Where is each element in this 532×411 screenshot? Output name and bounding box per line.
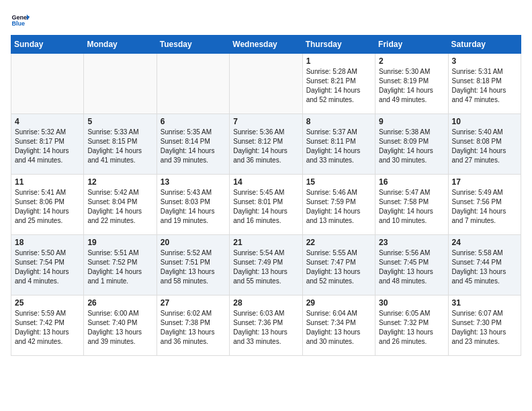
week-row-4: 18Sunrise: 5:50 AM Sunset: 7:54 PM Dayli… [11,235,521,295]
day-cell: 21Sunrise: 5:54 AM Sunset: 7:49 PM Dayli… [230,235,302,295]
day-cell: 16Sunrise: 5:47 AM Sunset: 7:58 PM Dayli… [375,175,448,235]
day-cell: 28Sunrise: 6:03 AM Sunset: 7:36 PM Dayli… [230,295,302,356]
day-info: Sunrise: 5:36 AM Sunset: 8:12 PM Dayligh… [233,128,298,165]
day-number: 25 [15,298,80,308]
day-cell: 6Sunrise: 5:35 AM Sunset: 8:14 PM Daylig… [157,114,229,175]
day-cell: 20Sunrise: 5:52 AM Sunset: 7:51 PM Dayli… [157,235,229,295]
day-number: 5 [87,117,152,126]
day-number: 1 [306,56,371,66]
day-cell: 15Sunrise: 5:46 AM Sunset: 7:59 PM Dayli… [302,175,375,235]
day-cell: 5Sunrise: 5:33 AM Sunset: 8:15 PM Daylig… [84,114,157,175]
day-number: 4 [15,117,80,126]
day-info: Sunrise: 5:50 AM Sunset: 7:54 PM Dayligh… [15,248,80,286]
day-number: 3 [452,56,517,66]
day-info: Sunrise: 6:03 AM Sunset: 7:36 PM Dayligh… [233,309,298,347]
day-cell: 9Sunrise: 5:38 AM Sunset: 8:09 PM Daylig… [375,114,448,175]
day-number: 27 [161,298,226,308]
day-info: Sunrise: 5:40 AM Sunset: 8:08 PM Dayligh… [452,128,517,165]
day-cell [11,54,84,114]
day-cell: 18Sunrise: 5:50 AM Sunset: 7:54 PM Dayli… [11,235,84,295]
day-cell: 12Sunrise: 5:42 AM Sunset: 8:04 PM Dayli… [84,175,157,235]
day-number: 15 [306,177,371,187]
day-cell: 26Sunrise: 6:00 AM Sunset: 7:40 PM Dayli… [84,295,157,356]
day-info: Sunrise: 5:54 AM Sunset: 7:49 PM Dayligh… [233,248,298,286]
weekday-header-thursday: Thursday [302,36,375,54]
day-info: Sunrise: 5:51 AM Sunset: 7:52 PM Dayligh… [87,248,152,286]
day-number: 19 [87,238,152,247]
weekday-header-wednesday: Wednesday [230,36,302,54]
day-cell: 29Sunrise: 6:04 AM Sunset: 7:34 PM Dayli… [302,295,375,356]
day-info: Sunrise: 5:56 AM Sunset: 7:45 PM Dayligh… [379,248,444,286]
day-cell: 17Sunrise: 5:49 AM Sunset: 7:56 PM Dayli… [448,175,521,235]
day-cell: 7Sunrise: 5:36 AM Sunset: 8:12 PM Daylig… [230,114,302,175]
day-info: Sunrise: 5:33 AM Sunset: 8:15 PM Dayligh… [87,128,152,165]
day-number: 23 [379,238,444,247]
day-info: Sunrise: 5:30 AM Sunset: 8:19 PM Dayligh… [379,67,444,105]
day-number: 10 [452,117,517,126]
day-number: 6 [161,117,226,126]
day-info: Sunrise: 5:45 AM Sunset: 8:01 PM Dayligh… [233,188,298,226]
day-cell: 22Sunrise: 5:55 AM Sunset: 7:47 PM Dayli… [302,235,375,295]
day-info: Sunrise: 5:31 AM Sunset: 8:18 PM Dayligh… [452,67,517,105]
day-number: 14 [233,177,298,187]
day-cell: 3Sunrise: 5:31 AM Sunset: 8:18 PM Daylig… [448,54,521,114]
weekday-header-saturday: Saturday [448,36,521,54]
week-row-1: 1Sunrise: 5:28 AM Sunset: 8:21 PM Daylig… [11,54,521,114]
week-row-2: 4Sunrise: 5:32 AM Sunset: 8:17 PM Daylig… [11,114,521,175]
day-cell [84,54,157,114]
day-info: Sunrise: 5:32 AM Sunset: 8:17 PM Dayligh… [15,128,80,165]
day-info: Sunrise: 5:43 AM Sunset: 8:03 PM Dayligh… [161,188,226,226]
day-info: Sunrise: 5:28 AM Sunset: 8:21 PM Dayligh… [306,67,371,105]
weekday-header-tuesday: Tuesday [157,36,229,54]
day-cell: 24Sunrise: 5:58 AM Sunset: 7:44 PM Dayli… [448,235,521,295]
day-cell: 13Sunrise: 5:43 AM Sunset: 8:03 PM Dayli… [157,175,229,235]
page-header: General Blue [11,11,521,30]
day-number: 16 [379,177,444,187]
day-cell: 2Sunrise: 5:30 AM Sunset: 8:19 PM Daylig… [375,54,448,114]
day-cell: 11Sunrise: 5:41 AM Sunset: 8:06 PM Dayli… [11,175,84,235]
day-info: Sunrise: 6:00 AM Sunset: 7:40 PM Dayligh… [87,309,152,347]
day-info: Sunrise: 5:49 AM Sunset: 7:56 PM Dayligh… [452,188,517,226]
day-info: Sunrise: 6:07 AM Sunset: 7:30 PM Dayligh… [452,309,517,347]
day-info: Sunrise: 5:41 AM Sunset: 8:06 PM Dayligh… [15,188,80,226]
day-info: Sunrise: 5:38 AM Sunset: 8:09 PM Dayligh… [379,128,444,165]
day-cell: 27Sunrise: 6:02 AM Sunset: 7:38 PM Dayli… [157,295,229,356]
week-row-3: 11Sunrise: 5:41 AM Sunset: 8:06 PM Dayli… [11,175,521,235]
day-number: 20 [161,238,226,247]
day-number: 17 [452,177,517,187]
day-cell [230,54,302,114]
day-cell: 30Sunrise: 6:05 AM Sunset: 7:32 PM Dayli… [375,295,448,356]
day-info: Sunrise: 6:05 AM Sunset: 7:32 PM Dayligh… [379,309,444,347]
day-cell: 14Sunrise: 5:45 AM Sunset: 8:01 PM Dayli… [230,175,302,235]
day-cell: 4Sunrise: 5:32 AM Sunset: 8:17 PM Daylig… [11,114,84,175]
week-row-5: 25Sunrise: 5:59 AM Sunset: 7:42 PM Dayli… [11,295,521,356]
logo: General Blue [11,11,30,30]
day-info: Sunrise: 5:59 AM Sunset: 7:42 PM Dayligh… [15,309,80,347]
day-number: 2 [379,56,444,66]
day-number: 7 [233,117,298,126]
day-cell: 31Sunrise: 6:07 AM Sunset: 7:30 PM Dayli… [448,295,521,356]
day-cell [157,54,229,114]
day-cell: 8Sunrise: 5:37 AM Sunset: 8:11 PM Daylig… [302,114,375,175]
day-info: Sunrise: 6:04 AM Sunset: 7:34 PM Dayligh… [306,309,371,347]
day-info: Sunrise: 5:52 AM Sunset: 7:51 PM Dayligh… [161,248,226,286]
svg-text:Blue: Blue [11,20,25,27]
day-number: 24 [452,238,517,247]
day-number: 29 [306,298,371,308]
day-info: Sunrise: 5:47 AM Sunset: 7:58 PM Dayligh… [379,188,444,226]
day-info: Sunrise: 6:02 AM Sunset: 7:38 PM Dayligh… [161,309,226,347]
day-cell: 25Sunrise: 5:59 AM Sunset: 7:42 PM Dayli… [11,295,84,356]
day-number: 28 [233,298,298,308]
day-cell: 23Sunrise: 5:56 AM Sunset: 7:45 PM Dayli… [375,235,448,295]
day-number: 31 [452,298,517,308]
weekday-header-monday: Monday [84,36,157,54]
calendar-table: SundayMondayTuesdayWednesdayThursdayFrid… [11,35,521,356]
day-number: 13 [161,177,226,187]
weekday-header-friday: Friday [375,36,448,54]
day-info: Sunrise: 5:35 AM Sunset: 8:14 PM Dayligh… [161,128,226,165]
day-info: Sunrise: 5:55 AM Sunset: 7:47 PM Dayligh… [306,248,371,286]
day-number: 12 [87,177,152,187]
weekday-header-row: SundayMondayTuesdayWednesdayThursdayFrid… [11,36,521,54]
day-number: 21 [233,238,298,247]
weekday-header-sunday: Sunday [11,36,84,54]
